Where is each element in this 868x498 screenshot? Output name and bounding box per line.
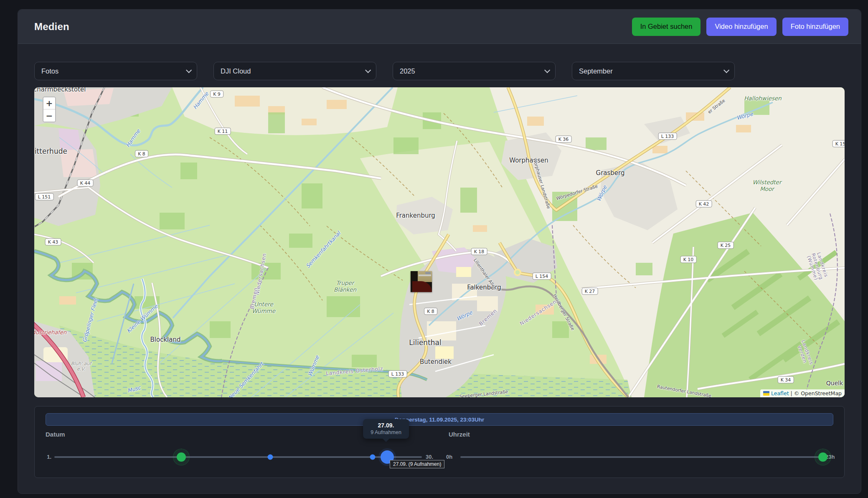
date-slider-label: Datum [46,431,65,438]
chevron-down-icon [365,67,371,73]
year-select[interactable]: 2025 [393,62,556,80]
ukraine-flag-icon [763,391,769,396]
date-slider-track[interactable] [54,456,422,458]
road-badge: L 154 [533,273,551,280]
source-select[interactable]: DJI Cloud [213,62,376,80]
timeline-panel: Donnerstag, 11.09.2025, 23:03Uhr Datum U… [34,406,845,478]
date-slider-min: 1. [41,454,51,460]
native-tooltip: 27.09. (9 Aufnahmen) [390,460,444,468]
road-badge: K 9 [210,91,223,98]
road-badge: K 44 [77,180,94,187]
zoom-out-button[interactable]: − [43,109,55,122]
road-badge: K 18 [471,248,487,255]
year-value: 2025 [400,67,415,75]
time-slider-label: Uhrzeit [449,431,470,438]
month-value: September [579,67,613,75]
road-badge: K 34 [778,376,794,384]
map-attribution: Leaflet | © OpenStreetMap [760,389,845,397]
search-in-area-button[interactable]: In Gebiet suchen [632,18,701,36]
map-zoom-control: + − [43,97,56,122]
road-badge: K 10 [680,256,697,263]
road-badge: K 15 [832,140,845,147]
photo-marker[interactable] [411,271,432,292]
leaflet-map[interactable]: Scharmbeckstotel Ritterhude Worphausen G… [34,87,845,397]
chevron-down-icon [186,67,192,73]
osm-link[interactable]: © OpenStreetMap [794,390,842,396]
chevron-down-icon [544,67,550,73]
road-badge: L 151 [35,193,54,201]
filter-bar: Fotos DJI Cloud 2025 September [34,62,735,80]
page-title: Medien [34,21,69,33]
road-badge: K 11 [215,128,231,135]
leaflet-link[interactable]: Leaflet [771,390,789,396]
month-select[interactable]: September [572,62,735,80]
add-video-button[interactable]: Video hinzufügen [706,18,776,36]
time-slider-track[interactable] [460,456,823,458]
date-mark-dot[interactable] [370,455,376,460]
add-photo-button[interactable]: Foto hinzufügen [782,18,848,36]
road-badge: K 25 [718,242,734,249]
tooltip-date: 27.09. [371,422,401,429]
tooltip-count: 9 Aufnahmen [371,429,401,435]
chevron-down-icon [723,67,729,73]
attribution-separator: | [791,390,792,396]
date-slider-max: 30. [426,454,433,460]
road-badge: K 43 [45,239,61,246]
date-slider-handle[interactable] [177,452,186,462]
road-badge: K 8 [424,308,437,315]
road-badge: K 27 [582,288,598,295]
time-slider-handle[interactable] [818,452,827,462]
road-badge: K 42 [696,201,712,208]
road-badge: L 133 [658,133,677,140]
road-badge: K 8 [135,150,148,158]
road-badge: L 133 [388,371,407,378]
date-mark-dot[interactable] [268,455,273,460]
zoom-in-button[interactable]: + [43,97,55,109]
media-type-value: Fotos [41,67,58,75]
road-badge: K 36 [556,136,572,143]
slider-tooltip: 27.09. 9 Aufnahmen [363,419,409,439]
time-slider-min: 0h [446,454,452,460]
header-actions: In Gebiet suchen Video hinzufügen Foto h… [632,18,848,36]
source-value: DJI Cloud [221,67,251,75]
page-header: Medien In Gebiet suchen Video hinzufügen… [18,10,861,44]
media-type-select[interactable]: Fotos [34,62,197,80]
main-card: Medien In Gebiet suchen Video hinzufügen… [18,9,861,494]
datetime-display: Donnerstag, 11.09.2025, 23:03Uhr [46,413,833,426]
